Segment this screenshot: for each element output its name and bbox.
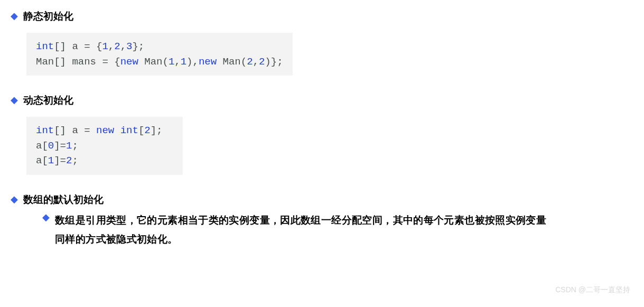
section-default-init: ◆ 数组的默认初始化 ◆ 数组是引用类型，它的元素相当于类的实例变量，因此数组一…: [11, 193, 633, 249]
keyword-int: int: [120, 125, 138, 136]
sub-bullet-text: 数组是引用类型，它的元素相当于类的实例变量，因此数组一经分配空间，其中的每个元素…: [55, 211, 555, 249]
heading-2: 动态初始化: [23, 94, 73, 107]
code-line: a[1]=2;: [36, 153, 173, 169]
heading-row-1: ◆ 静态初始化: [11, 10, 633, 23]
keyword-new: new: [199, 56, 217, 68]
section-dynamic-init: ◆ 动态初始化 int[] a = new int[2];a[0]=1;a[1]…: [11, 94, 633, 187]
keyword-int: int: [36, 125, 54, 136]
code-block-2: int[] a = new int[2];a[0]=1;a[1]=2;: [26, 117, 183, 175]
diamond-icon: ◆: [42, 211, 50, 224]
keyword-new: new: [96, 125, 114, 136]
keyword-new: new: [120, 56, 138, 68]
heading-3: 数组的默认初始化: [23, 193, 104, 207]
diamond-icon: ◆: [11, 193, 18, 206]
section-static-init: ◆ 静态初始化 int[] a = {1,2,3};Man[] mans = {…: [11, 10, 633, 87]
code-line: int[] a = {1,2,3};: [36, 39, 283, 54]
keyword-int: int: [36, 41, 54, 52]
code-line: a[0]=1;: [36, 138, 173, 154]
code-block-1: int[] a = {1,2,3};Man[] mans = {new Man(…: [26, 33, 293, 76]
sub-bullet-row: ◆ 数组是引用类型，它的元素相当于类的实例变量，因此数组一经分配空间，其中的每个…: [42, 211, 555, 249]
code-line: int[] a = new int[2];: [36, 123, 173, 138]
diamond-icon: ◆: [11, 10, 18, 23]
heading-row-3: ◆ 数组的默认初始化: [11, 193, 633, 207]
heading-row-2: ◆ 动态初始化: [11, 94, 633, 107]
diamond-icon: ◆: [11, 94, 18, 107]
code-line: Man[] mans = {new Man(1,1),new Man(2,2)}…: [36, 54, 283, 70]
heading-1: 静态初始化: [23, 10, 73, 23]
